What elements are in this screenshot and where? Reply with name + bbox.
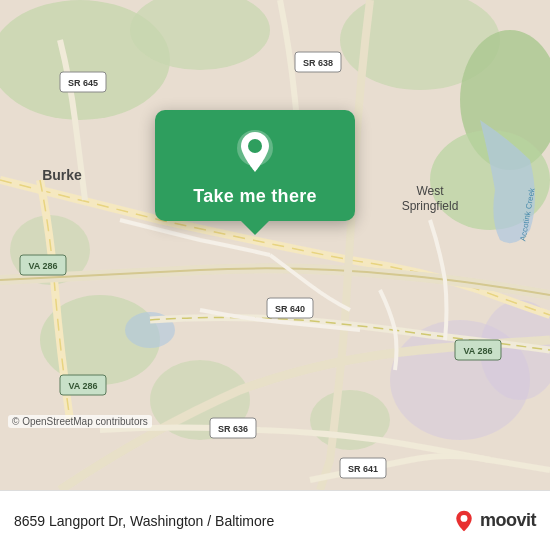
svg-text:SR 645: SR 645 — [68, 78, 98, 88]
location-pin-icon — [231, 128, 279, 176]
svg-text:SR 640: SR 640 — [275, 304, 305, 314]
svg-text:Springfield: Springfield — [402, 199, 459, 213]
svg-text:West: West — [416, 184, 444, 198]
moovit-logo: moovit — [452, 509, 536, 533]
address-text: 8659 Langport Dr, Washington / Baltimore — [14, 513, 274, 529]
map-container: SR 645 SR 638 SR 640 SR 636 SR 641 VA 28… — [0, 0, 550, 490]
svg-text:Burke: Burke — [42, 167, 82, 183]
svg-text:VA 286: VA 286 — [68, 381, 97, 391]
svg-point-35 — [461, 515, 468, 522]
svg-text:VA 286: VA 286 — [28, 261, 57, 271]
moovit-pin-icon — [452, 509, 476, 533]
popup-card[interactable]: Take me there — [155, 110, 355, 221]
svg-point-34 — [248, 139, 262, 153]
svg-text:VA 286: VA 286 — [463, 346, 492, 356]
moovit-logo-text: moovit — [480, 510, 536, 531]
svg-text:SR 636: SR 636 — [218, 424, 248, 434]
bottom-bar: 8659 Langport Dr, Washington / Baltimore… — [0, 490, 550, 550]
copyright-text: © OpenStreetMap contributors — [8, 415, 152, 428]
svg-text:SR 641: SR 641 — [348, 464, 378, 474]
svg-text:SR 638: SR 638 — [303, 58, 333, 68]
take-me-there-label: Take me there — [193, 186, 317, 207]
